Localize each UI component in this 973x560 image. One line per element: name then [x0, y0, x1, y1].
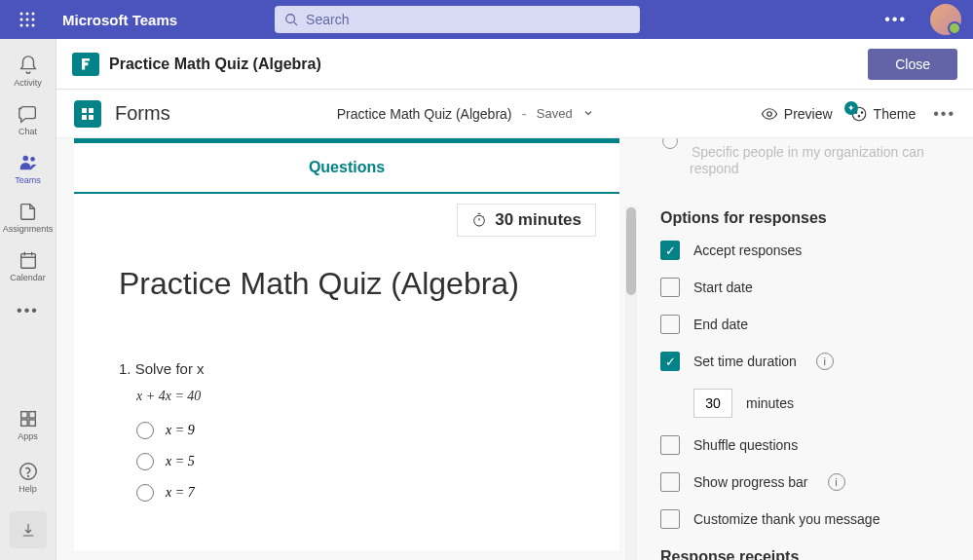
checkbox[interactable]: [660, 278, 680, 297]
accept-responses-option[interactable]: Accept responses: [660, 241, 957, 260]
search-icon: [284, 13, 298, 26]
checkbox[interactable]: [660, 509, 680, 529]
answer-option[interactable]: x = 5: [136, 453, 575, 470]
checkbox[interactable]: [660, 435, 680, 455]
svg-rect-13: [20, 254, 35, 269]
download-icon: [19, 521, 37, 539]
preview-button[interactable]: Preview: [761, 105, 833, 123]
scrollbar-thumb[interactable]: [626, 207, 636, 295]
calendar-icon: [18, 249, 39, 271]
respond-option[interactable]: Specific people in my organization can r…: [660, 138, 957, 190]
svg-point-30: [861, 111, 863, 113]
help-icon: [18, 461, 39, 482]
nav-help[interactable]: Help: [0, 451, 56, 504]
doc-dropdown[interactable]: [582, 105, 594, 123]
svg-point-1: [26, 13, 29, 16]
answer-option[interactable]: x = 9: [136, 422, 575, 439]
svg-rect-25: [82, 115, 87, 120]
checkbox[interactable]: [660, 315, 680, 334]
svg-rect-24: [89, 108, 94, 113]
assignments-icon: [18, 201, 39, 222]
close-button[interactable]: Close: [868, 49, 957, 80]
waffle-menu-icon[interactable]: [12, 12, 43, 27]
svg-point-7: [26, 24, 29, 27]
show-progress-bar-option[interactable]: Show progress bar i: [660, 472, 957, 492]
customize-thank-you-option[interactable]: Customize thank you message: [660, 509, 957, 529]
svg-point-27: [767, 111, 772, 116]
section-title-receipts: Response receipts: [660, 548, 957, 560]
search-box[interactable]: [275, 6, 640, 33]
shuffle-questions-option[interactable]: Shuffle questions: [660, 435, 957, 455]
download-button[interactable]: [10, 511, 47, 548]
stopwatch-icon: [471, 212, 487, 228]
svg-rect-19: [20, 420, 26, 426]
nav-chat[interactable]: Chat: [0, 95, 56, 144]
start-date-option[interactable]: Start date: [660, 278, 957, 297]
radio-button[interactable]: [136, 484, 154, 502]
radio-button[interactable]: [136, 422, 154, 439]
end-date-option[interactable]: End date: [660, 315, 957, 334]
nav-more-button[interactable]: •••: [17, 290, 39, 331]
chat-icon: [18, 103, 39, 125]
nav-assignments[interactable]: Assignments: [0, 193, 56, 242]
tab-title: Practice Math Quiz (Algebra): [109, 56, 868, 73]
app-title: Microsoft Teams: [62, 12, 177, 28]
forms-app-icon: [74, 100, 101, 128]
svg-point-22: [27, 476, 28, 477]
svg-point-4: [26, 19, 29, 21]
user-avatar[interactable]: [930, 4, 961, 35]
forms-app-label: Forms: [115, 102, 170, 125]
checkbox[interactable]: [660, 241, 680, 260]
theme-button[interactable]: ✦ Theme: [850, 105, 917, 123]
svg-point-6: [20, 24, 23, 27]
forms-tab-icon: [72, 53, 99, 76]
answer-option[interactable]: x = 7: [136, 484, 575, 502]
eye-icon: [761, 105, 778, 123]
svg-line-10: [294, 22, 298, 26]
document-title[interactable]: Practice Math Quiz (Algebra): [337, 106, 512, 122]
svg-point-0: [20, 13, 23, 16]
question-item[interactable]: 1. Solve for x x + 4x = 40 x = 9 x = 5: [119, 360, 575, 502]
nav-calendar[interactable]: Calendar: [0, 242, 56, 290]
radio-button[interactable]: [136, 453, 154, 470]
question-equation: x + 4x = 40: [136, 389, 575, 404]
svg-rect-23: [82, 108, 87, 113]
svg-rect-20: [28, 420, 34, 426]
nav-apps[interactable]: Apps: [0, 398, 56, 451]
svg-point-12: [30, 157, 35, 162]
theme-badge-icon: ✦: [844, 101, 858, 115]
svg-point-2: [32, 13, 35, 16]
svg-rect-18: [28, 412, 34, 418]
header-more-button[interactable]: •••: [873, 11, 918, 28]
info-icon[interactable]: i: [816, 353, 834, 370]
radio-button[interactable]: [662, 138, 678, 149]
section-title-responses: Options for responses: [660, 209, 957, 227]
nav-activity[interactable]: Activity: [0, 47, 56, 95]
save-status: Saved: [537, 106, 573, 121]
teams-icon: [18, 152, 39, 173]
time-duration-badge: 30 minutes: [457, 204, 596, 237]
set-time-duration-option[interactable]: Set time duration i: [660, 352, 957, 371]
search-input[interactable]: [306, 12, 630, 27]
quiz-title[interactable]: Practice Math Quiz (Algebra): [119, 266, 575, 302]
svg-point-9: [286, 15, 295, 23]
nav-teams[interactable]: Teams: [0, 144, 56, 193]
svg-point-31: [858, 115, 860, 117]
svg-point-11: [22, 156, 28, 162]
svg-point-3: [20, 19, 23, 21]
question-text: 1. Solve for x: [119, 360, 575, 377]
checkbox[interactable]: [660, 472, 680, 492]
forms-more-button[interactable]: •••: [933, 105, 955, 123]
scrollbar[interactable]: [625, 206, 637, 560]
svg-rect-26: [89, 115, 94, 120]
questions-tab[interactable]: Questions: [74, 143, 619, 194]
duration-input[interactable]: [693, 389, 732, 418]
bell-icon: [18, 55, 39, 76]
svg-point-8: [32, 24, 35, 27]
svg-rect-17: [20, 412, 26, 418]
chevron-down-icon: [582, 107, 594, 119]
svg-point-5: [32, 19, 35, 21]
info-icon[interactable]: i: [828, 473, 845, 491]
apps-icon: [18, 408, 39, 429]
checkbox[interactable]: [660, 352, 680, 371]
